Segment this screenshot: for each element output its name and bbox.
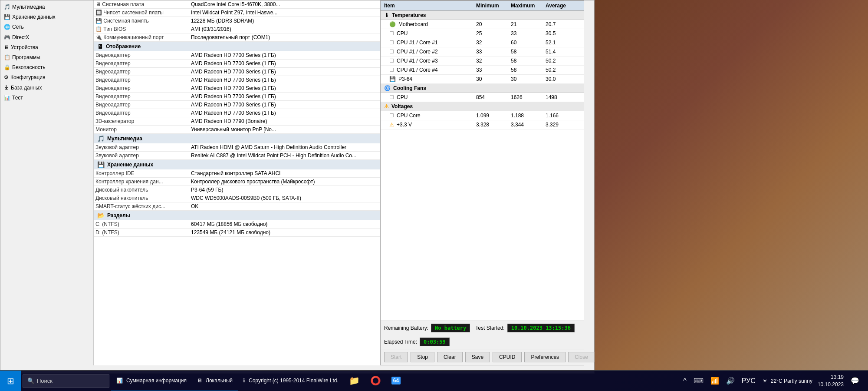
row-value: AMD Radeon HD 7700 Series (1 ГБ): [191, 77, 378, 83]
preferences-button[interactable]: Preferences: [524, 352, 566, 362]
content-row-bios: 📋 Тип BIOS AMI (03/31/2016): [94, 25, 380, 33]
main-content: 🖥 Системная плата QuadCore Intel Core i5…: [94, 0, 380, 365]
save-button[interactable]: Save: [465, 352, 490, 362]
battery-status: Remaining Battery: No battery: [384, 324, 470, 332]
tray-expand-icon[interactable]: ^: [681, 376, 688, 386]
config-icon: ⚙: [4, 73, 9, 82]
label-bios: 📋 Тип BIOS: [95, 26, 191, 32]
section-storage: 💾 Хранение данных: [94, 160, 380, 169]
stop-button[interactable]: Stop: [411, 352, 434, 362]
sensor-section-temperatures: 🌡 Temperatures: [381, 11, 584, 20]
sidebar-item-network[interactable]: 🌐 Сеть: [0, 22, 93, 32]
clock-display[interactable]: 13:19 10.10.2023: [818, 374, 844, 388]
sidebar-item-multimedia[interactable]: 🎵 Мультимедиа: [0, 2, 93, 12]
windows-logo: ⊞: [7, 376, 14, 386]
row-label: 3D-акселератор: [95, 118, 191, 124]
info-label: Copyright (c) 1995-2014 FinalWire Ltd.: [249, 378, 339, 384]
row-label: Видеоадаптер: [95, 69, 191, 75]
row-value: AMD Radeon HD 7700 Series (1 ГБ): [191, 85, 378, 91]
content-row-com: 🔌 Коммуникационный порт Последовательный…: [94, 33, 380, 42]
section-partitions: 📂 Разделы: [94, 211, 380, 220]
content-row: Контроллер IDE Стандартный контроллер SA…: [94, 169, 380, 178]
elapsed-value: 0:03:59: [420, 338, 450, 346]
keyboard-icon[interactable]: ⌨: [692, 376, 705, 386]
content-row-memory: 💾 Системная память 12228 МБ (DDR3 SDRAM): [94, 17, 380, 25]
clear-button[interactable]: Clear: [437, 352, 463, 362]
section-multimedia: 🎵 Мультимедиа: [94, 134, 380, 143]
cpu-core-min: 1.099: [476, 113, 511, 119]
row-label: Видеоадаптер: [95, 60, 191, 66]
sensor-row-p3-64: 💾 Р3-64 30 30 30.0: [381, 75, 584, 84]
content-row: Видеоадаптер AMD Radeon HD 7700 Series (…: [94, 84, 380, 93]
file-manager-icon: 📁: [349, 375, 360, 386]
sensor-name-core3: ☐ CPU #1 / Core #3: [384, 58, 476, 64]
sensor-name-3v3: ⚠ +3.3 V: [384, 122, 476, 128]
multimedia-icon: 🎵: [4, 3, 10, 11]
weather-icon: ☀: [763, 378, 767, 384]
taskbar-app-summary[interactable]: 📊 Суммарная информация: [111, 371, 192, 391]
taskbar-app-local[interactable]: 🖥 Локальный: [192, 371, 238, 391]
display-rows: Видеоадаптер AMD Radeon HD 7700 Series (…: [94, 51, 380, 134]
sensor-name-core1: ☐ CPU #1 / Core #1: [384, 40, 476, 46]
close-button[interactable]: Close: [568, 352, 595, 362]
col-minimum: Minimum: [476, 3, 511, 9]
battery-label: Remaining Battery:: [384, 325, 428, 331]
taskbar-app-info[interactable]: ℹ Copyright (c) 1995-2014 FinalWire Ltd.: [238, 371, 344, 391]
taskbar-app-opera[interactable]: ⭕: [365, 371, 386, 391]
test-started-value: 10.10.2023 13:15:36: [507, 324, 575, 332]
sensor-status-bar: Remaining Battery: No battery Test Start…: [381, 321, 584, 349]
partitions-section-icon: 📂: [97, 212, 105, 219]
cpuid-button[interactable]: CPUID: [493, 352, 522, 362]
sensor-name-cpu: ☐ CPU: [384, 30, 476, 36]
v33-max: 3.344: [511, 122, 546, 128]
multimedia-section-icon: 🎵: [97, 135, 105, 142]
core4-avg: 50.2: [546, 67, 580, 73]
cpu-core-max: 1.188: [511, 113, 546, 119]
sensor-data-area[interactable]: 🌡 Temperatures 🟢 Motherboard 20 21 20.7 …: [381, 11, 584, 321]
sensor-name-p3-64: 💾 Р3-64: [384, 76, 476, 82]
sidebar-item-programs[interactable]: 📋 Программы: [0, 53, 93, 63]
voltage-section-label: Voltages: [391, 103, 413, 109]
temp-section-label: Temperatures: [392, 12, 426, 18]
sidebar-item-devices[interactable]: 🖥 Устройства: [0, 43, 93, 53]
core3-max: 58: [511, 58, 546, 64]
core2-min: 33: [476, 49, 511, 55]
content-row: Звуковой адаптер ATI Radeon HDMI @ AMD S…: [94, 143, 380, 152]
sensor-name-fan-cpu: ☐ CPU: [384, 94, 476, 100]
local-label: Локальный: [206, 378, 233, 384]
wallpaper: [595, 0, 868, 370]
sensor-buttons: Start Stop Clear Save CPUID Preferences …: [381, 349, 584, 365]
taskbar-search-box[interactable]: 🔍 Поиск: [23, 374, 109, 388]
test-started-status: Test Started: 10.10.2023 13:15:36: [475, 324, 575, 332]
row-label: Дисковый накопитель: [95, 187, 191, 193]
notification-icon[interactable]: 💬: [849, 376, 861, 386]
sidebar-item-database[interactable]: 🗄 База данных: [0, 83, 93, 93]
row-value: Realtek ALC887 @ Intel Wildcat Point PCH…: [191, 152, 378, 159]
lang-label[interactable]: РУС: [740, 376, 757, 386]
row-label: Звуковой адаптер: [95, 152, 191, 159]
sidebar-item-config[interactable]: ⚙ Конфигурация: [0, 73, 93, 83]
core4-max: 58: [511, 67, 546, 73]
sensor-header: Item Minimum Maximum Average: [381, 1, 584, 11]
content-row: D: (NTFS) 123549 МБ (24121 МБ свободно): [94, 229, 380, 237]
sidebar-item-security[interactable]: 🔒 Безопасность: [0, 63, 93, 73]
row-value: AMD Radeon HD 7700 Series (1 ГБ): [191, 52, 378, 58]
taskbar-app-file-manager[interactable]: 📁: [344, 371, 365, 391]
sidebar-item-directx[interactable]: 🎮 DirectX: [0, 33, 93, 43]
network-tray-icon[interactable]: 📶: [709, 376, 721, 386]
start-button[interactable]: Start: [384, 352, 408, 362]
sidebar-item-test[interactable]: 📊 Тест: [0, 93, 93, 103]
browser-icon: ⭕: [370, 375, 381, 386]
row-value: WDC WD5000AADS-00S9B0 (500 ГБ, SATA-II): [191, 195, 378, 201]
row-label: Видеоадаптер: [95, 102, 191, 108]
sensor-row-core4: ☐ CPU #1 / Core #4 33 58 50.2: [381, 66, 584, 75]
taskbar-app-64[interactable]: 64: [386, 371, 406, 391]
start-button[interactable]: ⊞: [0, 371, 21, 391]
sidebar-item-storage[interactable]: 💾 Хранение данных: [0, 12, 93, 22]
test-icon: 📊: [4, 94, 10, 102]
row-value: Контроллер дискового пространства (Майкр…: [191, 179, 378, 185]
volume-icon[interactable]: 🔊: [724, 376, 736, 386]
row-value: OK: [191, 203, 378, 209]
app-window: 🎵 Мультимедиа 💾 Хранение данных 🌐 Сеть 🎮…: [0, 0, 595, 374]
taskbar-right: ^ ⌨ 📶 🔊 РУС ☀ 22°C Partly sunny 13:19 10…: [681, 374, 868, 388]
